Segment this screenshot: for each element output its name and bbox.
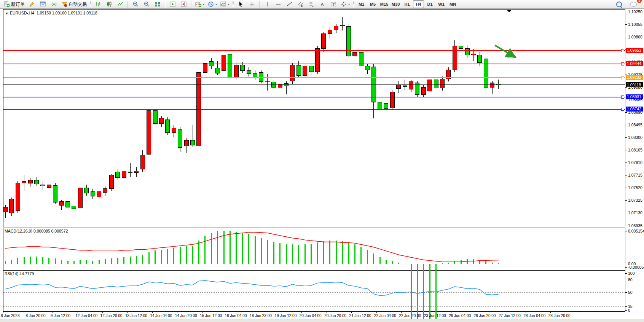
arrows-tool-button[interactable]: ▾ [339, 0, 351, 8]
label-tool-button[interactable]: T [328, 0, 339, 8]
timeframe-button-M15[interactable]: M15 [379, 0, 390, 8]
macd-histogram-bar [136, 256, 137, 264]
macd-histogram-bar [279, 243, 281, 264]
macd-histogram-bar [186, 246, 187, 264]
periods-button[interactable]: ▾ [206, 0, 218, 8]
candle-body [159, 118, 164, 124]
indicators-button[interactable]: ▾ [194, 0, 206, 8]
macd-histogram-bar [42, 257, 43, 264]
macd-main-value: 0.000085 [33, 229, 50, 233]
candle-body [172, 128, 176, 132]
candle-body [472, 54, 476, 55]
macd-histogram-bar [286, 244, 287, 264]
timeframe-button-W1[interactable]: W1 [436, 0, 447, 8]
hline-handle[interactable] [621, 108, 624, 110]
candle-body [128, 172, 132, 172]
text-tool-button[interactable]: A [317, 0, 328, 8]
templates-button[interactable]: ▾ [219, 0, 231, 8]
symbol-collapse-icon[interactable]: ▼ [5, 12, 8, 15]
date-axis-label: 26 Jun 04:00 [449, 314, 471, 318]
hline-handle[interactable] [621, 49, 624, 52]
macd-histogram-bar [292, 244, 293, 264]
svg-text:A: A [321, 2, 324, 6]
channel-tool-button[interactable]: E [295, 0, 306, 8]
cursor-tool-button[interactable] [236, 0, 246, 8]
macd-histogram-bar [36, 257, 37, 264]
zoom-in-button[interactable] [130, 0, 141, 8]
auto-scroll-button[interactable] [167, 0, 178, 8]
chart-window-icon [40, 1, 46, 7]
rsi-axis-label: 100 [628, 271, 635, 276]
line-chart-button[interactable] [115, 0, 126, 8]
candle-body [303, 66, 307, 75]
macd-histogram-bar [311, 244, 312, 264]
crosshair-tool-button[interactable] [247, 0, 257, 8]
macd-histogram-bar [142, 255, 143, 264]
main-toolbar: 新订单 自动交易 [0, 0, 644, 9]
macd-histogram-bar [379, 257, 381, 264]
date-axis-label: 15 Jun 12:00 [200, 314, 222, 318]
rsi-axis-label: 0 [628, 308, 630, 312]
svg-text:E: E [301, 5, 303, 7]
vline-tool-button[interactable] [262, 0, 273, 8]
autotrade-button[interactable]: 自动交易 [60, 0, 88, 8]
timeframe-button-M5[interactable]: M5 [367, 0, 378, 8]
hline-handle[interactable] [621, 76, 624, 79]
rsi-header: RSI(14) 44.7779 [5, 271, 34, 276]
hline-tool-button[interactable] [273, 0, 284, 8]
candle-body [203, 64, 207, 73]
hline-handle[interactable] [621, 62, 624, 65]
main-chart-canvas[interactable]: 1.102501.100551.098601.096651.094701.092… [0, 9, 644, 322]
candle-body [409, 81, 413, 89]
timeframe-button-D1[interactable]: D1 [424, 0, 435, 8]
candle-body [316, 49, 320, 72]
candle-body [53, 185, 57, 202]
macd-histogram-bar [498, 263, 499, 264]
timeframe-button-H1[interactable]: H1 [402, 0, 413, 8]
templates-dropdown-caret: ▾ [228, 3, 230, 6]
window-bottom-edge [0, 319, 644, 322]
candle-body [28, 180, 32, 183]
zoom-out-button[interactable] [141, 0, 152, 8]
chart-window-button[interactable] [38, 0, 48, 8]
macd-histogram-bar [273, 242, 274, 264]
new-order-button[interactable]: 新订单 [2, 0, 26, 8]
macd-histogram-bar [336, 241, 337, 264]
notifications-button[interactable]: 1 [628, 0, 639, 8]
date-axis-label: 14 Jun 04:00 [150, 314, 172, 318]
timeframe-button-M30[interactable]: M30 [390, 0, 401, 8]
trendline-tool-button[interactable] [284, 0, 295, 8]
price-axis-label: 1.08105 [628, 148, 642, 152]
hline-handle[interactable] [621, 96, 624, 98]
timeframe-button-H4[interactable]: H4 [413, 0, 424, 8]
signal-button[interactable] [49, 0, 59, 8]
candlestick-button[interactable] [104, 0, 115, 8]
price-badge-label: 1.09118 [627, 83, 641, 87]
periods-dropdown-caret: ▾ [215, 3, 217, 6]
macd-histogram-bar [304, 244, 306, 264]
crayon-button[interactable] [27, 0, 37, 8]
search-button[interactable] [614, 0, 624, 8]
chart-shift-button[interactable] [179, 0, 189, 8]
candle-body [16, 183, 20, 210]
rsi-value: 44.7779 [19, 271, 34, 276]
timeframe-button-MN[interactable]: MN [447, 0, 458, 8]
candle-body [322, 34, 326, 49]
macd-histogram-bar [192, 246, 193, 264]
zoom-out-icon [143, 1, 150, 7]
new-order-icon [4, 1, 10, 7]
templates-icon [220, 1, 226, 7]
macd-histogram-bar [404, 264, 405, 264]
candle-body [296, 65, 301, 76]
timeframe-button-M1[interactable]: M1 [356, 0, 367, 8]
candle-body [47, 185, 51, 187]
tile-windows-button[interactable] [152, 0, 163, 8]
date-axis-label: 16 Jun 04:00 [225, 314, 247, 318]
candlestick-icon [106, 1, 112, 7]
bar-chart-button[interactable] [93, 0, 104, 8]
macd-histogram-bar [24, 257, 25, 264]
timeframe-toolbar: M1M5M15M30H1H4D1W1MN [356, 0, 458, 8]
macd-histogram-bar [354, 244, 355, 264]
price-badge-label: 1.09444 [627, 61, 641, 66]
fibonacci-tool-button[interactable]: F [306, 0, 317, 8]
